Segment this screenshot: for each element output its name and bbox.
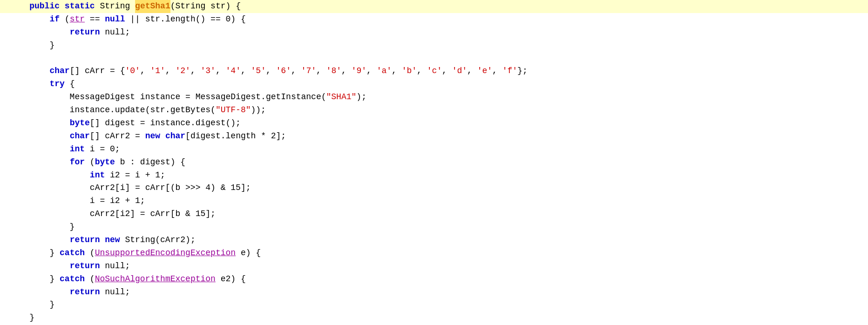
code-token	[60, 0, 65, 13]
code-token: new	[105, 234, 120, 247]
code-token: }	[9, 247, 60, 260]
code-line: return null;	[0, 286, 868, 299]
code-token	[100, 234, 105, 247]
code-token: return	[70, 26, 100, 39]
code-token: (	[85, 273, 95, 286]
code-token: NoSuchAlgorithmException	[95, 273, 216, 286]
code-token: getSha1	[135, 0, 170, 13]
code-token: "UTF-8"	[216, 104, 251, 117]
code-token: };	[517, 65, 528, 78]
code-line: char[] cArr2 = new char[digest.length * …	[0, 130, 868, 143]
code-token	[9, 52, 49, 65]
code-token: catch	[60, 247, 85, 260]
code-token: }	[9, 311, 34, 325]
code-token: e2) {	[216, 273, 246, 286]
code-token: int	[70, 143, 85, 156]
code-token: ));	[251, 104, 266, 117]
code-token: return	[70, 286, 100, 299]
code-token: b : digest) {	[115, 156, 185, 169]
code-token: ,	[492, 65, 502, 78]
code-token: '7'	[301, 65, 316, 78]
code-token: e) {	[236, 247, 261, 260]
code-line: i = i2 + 1;	[0, 195, 868, 208]
code-token	[9, 143, 70, 156]
code-token: }	[9, 39, 54, 52]
code-line: if (str == null || str.length() == 0) {	[0, 13, 868, 26]
code-token: '1'	[150, 65, 165, 78]
code-token: byte	[95, 156, 115, 169]
code-token: (String str) {	[170, 0, 241, 13]
code-line: public static String getSha1(String str)…	[0, 0, 868, 13]
code-line: MessageDigest instance = MessageDigest.g…	[0, 91, 868, 104]
code-token: '9'	[352, 65, 366, 78]
code-token: if	[49, 13, 60, 26]
code-token: [digest.length * 2];	[185, 130, 286, 143]
code-token: 'd'	[452, 65, 467, 78]
code-token	[9, 234, 70, 247]
code-token: 'b'	[402, 65, 417, 78]
code-token: ,	[266, 65, 276, 78]
code-token: ,	[366, 65, 377, 78]
code-token: instance.update(str.getBytes(	[9, 104, 216, 117]
code-token: 'c'	[427, 65, 442, 78]
code-token: i = i2 + 1;	[9, 195, 145, 208]
code-token: 'a'	[377, 65, 392, 78]
code-line: for (byte b : digest) {	[0, 156, 868, 169]
code-token: }	[9, 221, 75, 234]
code-token: byte	[70, 117, 90, 130]
code-line: int i = 0;	[0, 143, 868, 156]
code-token: '3'	[201, 65, 216, 78]
code-token: '4'	[226, 65, 241, 78]
code-line	[0, 52, 868, 65]
code-token: ,	[392, 65, 402, 78]
code-token: }	[9, 298, 54, 311]
code-line: } catch (NoSuchAlgorithmException e2) {	[0, 273, 868, 286]
code-token: cArr2[i2] = cArr[b & 15];	[9, 208, 216, 221]
code-token	[9, 26, 70, 39]
code-token: catch	[60, 273, 85, 286]
code-token: ,	[417, 65, 427, 78]
code-line: }	[0, 298, 868, 311]
code-viewer: public static String getSha1(String str)…	[0, 0, 868, 325]
code-token	[9, 13, 49, 26]
code-token: char	[70, 130, 90, 143]
code-token: return	[70, 234, 100, 247]
code-line: return null;	[0, 26, 868, 39]
code-token: public	[29, 0, 60, 13]
code-token: );	[356, 91, 366, 104]
code-token: UnsupportedEncodingException	[95, 247, 236, 260]
code-token	[9, 260, 70, 273]
code-token	[9, 117, 70, 130]
code-line: cArr2[i2] = cArr[b & 15];	[0, 208, 868, 221]
code-token: [] digest = instance.digest();	[90, 117, 241, 130]
code-line: }	[0, 311, 868, 325]
code-line: int i2 = i + 1;	[0, 169, 868, 182]
code-line: }	[0, 39, 868, 52]
code-token: try	[49, 78, 64, 91]
code-token: ,	[190, 65, 201, 78]
code-line: byte[] digest = instance.digest();	[0, 117, 868, 130]
code-token	[9, 65, 49, 78]
code-token: '0'	[125, 65, 140, 78]
code-token: (	[85, 247, 95, 260]
code-token: null;	[100, 26, 130, 39]
code-token: || str.length() == 0) {	[125, 13, 245, 26]
code-token: char	[49, 65, 69, 78]
code-token: '2'	[176, 65, 190, 78]
code-token: (	[85, 156, 95, 169]
code-token: [] cArr2 =	[90, 130, 145, 143]
code-line: char[] cArr = {'0', '1', '2', '3', '4', …	[0, 65, 868, 78]
code-token: i2 = i + 1;	[105, 169, 165, 182]
code-token: for	[70, 156, 85, 169]
code-token: '6'	[276, 65, 291, 78]
code-token	[9, 169, 90, 182]
code-token: ,	[216, 65, 226, 78]
code-token: [] cArr = {	[70, 65, 125, 78]
code-line: } catch (UnsupportedEncodingException e)…	[0, 247, 868, 260]
code-token: 'e'	[477, 65, 492, 78]
code-token: ,	[467, 65, 477, 78]
code-token: MessageDigest instance = MessageDigest.g…	[9, 91, 326, 104]
code-token: cArr2[i] = cArr[(b >>> 4) & 15];	[9, 182, 251, 195]
code-token: 'f'	[502, 65, 517, 78]
code-token: i = 0;	[85, 143, 120, 156]
